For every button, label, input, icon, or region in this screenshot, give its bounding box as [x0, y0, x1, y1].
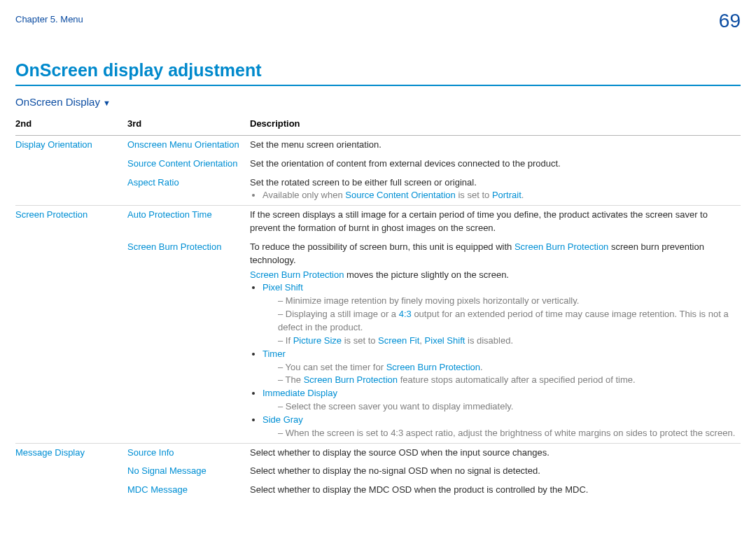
third-level: Source Content Orientation [127, 155, 250, 174]
third-level: No Signal Message [127, 462, 250, 481]
table-row: Source Content Orientation Set the orien… [15, 155, 741, 174]
caret-down-icon: ▼ [103, 99, 111, 107]
sub-item: Displaying a still image or a 4:3 output… [278, 308, 736, 335]
table-row: No Signal Message Select whether to disp… [15, 462, 741, 481]
page-number: 69 [719, 10, 741, 32]
table-row: Screen Protection Auto Protection Time I… [15, 206, 741, 238]
third-level: Screen Burn Protection [127, 238, 250, 443]
sub-item: You can set the timer for Screen Burn Pr… [278, 361, 736, 374]
chapter-label: Chapter 5. Menu [15, 10, 83, 24]
description: Select whether to display the no-signal … [250, 462, 741, 481]
bullet-timer: Timer You can set the timer for Screen B… [262, 348, 736, 388]
menu-table: 2nd 3rd Description Display Orientation … [15, 113, 741, 500]
sub-item: The Screen Burn Protection feature stops… [278, 374, 736, 387]
section-heading: OnScreen Display ▼ [15, 96, 741, 108]
second-level: Screen Protection [15, 206, 127, 238]
third-level: Onscreen Menu Orientation [127, 135, 250, 154]
page-title: OnScreen display adjustment [15, 60, 741, 86]
description: Set the orientation of content from exte… [250, 155, 741, 174]
col-header-2nd: 2nd [15, 113, 127, 135]
description: Set the menu screen orientation. [250, 135, 741, 154]
table-row: Message Display Source Info Select wheth… [15, 443, 741, 462]
note-item: Available only when Source Content Orien… [262, 189, 736, 202]
bullet-pixel-shift: Pixel Shift Minimize image retention by … [262, 281, 736, 347]
sub-item: When the screen is set to 4:3 aspect rat… [278, 427, 736, 440]
col-header-desc: Description [250, 113, 741, 135]
description: Select whether to display the source OSD… [250, 443, 741, 462]
third-level: MDC Message [127, 481, 250, 500]
table-row: Display Orientation Onscreen Menu Orient… [15, 135, 741, 154]
bullet-side-gray: Side Gray When the screen is set to 4:3 … [262, 414, 736, 440]
page-header: Chapter 5. Menu 69 [15, 10, 741, 32]
third-level: Aspect Ratio [127, 174, 250, 206]
table-row: Aspect Ratio Set the rotated screen to b… [15, 174, 741, 206]
description: Set the rotated screen to be either full… [250, 174, 741, 206]
third-level: Auto Protection Time [127, 206, 250, 238]
description: Select whether to display the MDC OSD wh… [250, 481, 741, 500]
second-level: Display Orientation [15, 135, 127, 154]
description: If the screen displays a still image for… [250, 206, 741, 238]
table-row: MDC Message Select whether to display th… [15, 481, 741, 500]
third-level: Source Info [127, 443, 250, 462]
second-level: Message Display [15, 443, 127, 462]
sub-item: Select the screen saver you want to disp… [278, 400, 736, 414]
section-text: OnScreen Display [15, 96, 100, 108]
col-header-3rd: 3rd [127, 113, 250, 135]
sub-item: If Picture Size is set to Screen Fit, Pi… [278, 335, 736, 348]
table-row: Screen Burn Protection To reduce the pos… [15, 238, 741, 443]
description: To reduce the possibility of screen burn… [250, 238, 741, 443]
bullet-immediate-display: Immediate Display Select the screen save… [262, 387, 736, 414]
sub-item: Minimize image retention by finely movin… [278, 295, 736, 308]
